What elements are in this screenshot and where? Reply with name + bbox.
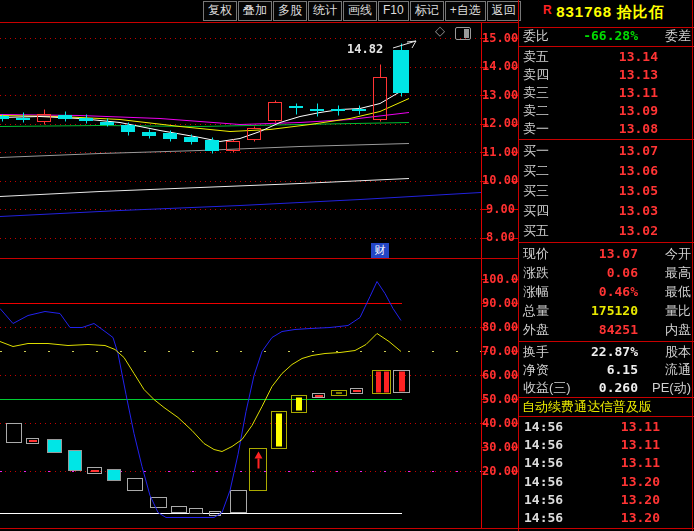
ask-row[interactable]: 卖一 13.08 — [518, 120, 694, 138]
sub-axis-tick: 40.00 — [482, 416, 515, 430]
draw-line-button[interactable]: 画线 — [343, 1, 377, 21]
tick-row[interactable]: 14:56 13.11 — [518, 454, 694, 472]
stat-row-turnover: 换手 22.87% 股本 — [518, 343, 694, 360]
ask-row[interactable]: 卖四 13.13 — [518, 66, 694, 84]
commission-ratio-row: 委比 -66.28% 委差 — [518, 27, 694, 45]
stat-row-eps: 收益(三) 0.260 PE(动) — [518, 379, 694, 396]
stock-code: 831768 — [556, 3, 612, 20]
commission-ratio-value: -66.28% — [583, 27, 638, 45]
statistics-button[interactable]: 统计 — [308, 1, 342, 21]
stat-right-label: 今开 — [665, 244, 691, 263]
sub-axis-tick: 90.00 — [482, 296, 515, 310]
main-axis-tick: 10.00 — [482, 173, 515, 187]
bid-row[interactable]: 买一 13.07 — [518, 141, 694, 160]
tick-row[interactable]: 14:56 13.11 — [518, 436, 694, 454]
stat-row-change-pct: 涨幅 0.46% 最低 — [518, 282, 694, 301]
sub-axis-tick: 50.00 — [482, 392, 515, 406]
stat-label: 外盘 — [523, 320, 549, 339]
ask-row[interactable]: 卖五 13.14 — [518, 48, 694, 66]
stat-label: 换手 — [523, 343, 549, 360]
main-axis-tick: 15.00 — [482, 31, 515, 45]
restore-rights-button[interactable]: 复权 — [203, 1, 237, 21]
stat-label: 总量 — [523, 301, 549, 320]
stat-value: 0.46% — [599, 282, 638, 301]
ask-row[interactable]: 卖二 13.09 — [518, 102, 694, 120]
stat-label: 涨幅 — [523, 282, 549, 301]
main-axis-tick: 14.00 — [482, 59, 515, 73]
ask-price: 13.08 — [619, 120, 658, 138]
divider — [0, 258, 518, 259]
stat-label: 收益(三) — [523, 379, 571, 396]
main-axis-tick: 8.00 — [482, 230, 515, 244]
bid-label: 买三 — [523, 181, 549, 200]
add-favorite-button[interactable]: +自选 — [445, 1, 486, 21]
renewal-ad-link[interactable]: 自动续费通达信普及版 — [522, 398, 692, 415]
ask-label: 卖三 — [523, 84, 549, 102]
divider — [518, 46, 694, 47]
tick-price: 13.20 — [621, 491, 660, 509]
tick-time: 14:56 — [524, 436, 563, 454]
stat-label: 净资 — [523, 361, 549, 378]
favorite-diamond-icon[interactable]: ◇ — [435, 24, 445, 38]
tick-time: 14:56 — [524, 509, 563, 527]
main-candlestick-chart[interactable] — [0, 22, 518, 258]
tick-row[interactable]: 14:56 13.20 — [518, 491, 694, 509]
bid-label: 买二 — [523, 161, 549, 180]
ask-label: 卖一 — [523, 120, 549, 138]
overlay-button[interactable]: 叠加 — [238, 1, 272, 21]
stat-row-change: 涨跌 0.06 最高 — [518, 263, 694, 282]
stat-label: 涨跌 — [523, 263, 549, 282]
back-button[interactable]: 返回 — [487, 1, 521, 21]
divider — [0, 22, 518, 23]
stat-right-label: 最低 — [665, 282, 691, 301]
sub-axis-tick: 100.0 — [482, 272, 515, 286]
ask-price: 13.09 — [619, 102, 658, 120]
bid-price: 13.06 — [619, 161, 658, 180]
ask-row[interactable]: 卖三 13.11 — [518, 84, 694, 102]
ask-price: 13.11 — [619, 84, 658, 102]
stat-row-net-asset: 净资 6.15 流通 — [518, 361, 694, 378]
stat-row-outer-lot: 外盘 84251 内盘 — [518, 320, 694, 339]
stat-value: 0.260 — [599, 379, 638, 396]
layout-fill — [464, 29, 469, 38]
commission-ratio-label: 委比 — [523, 27, 549, 45]
indicator-sub-chart[interactable] — [0, 258, 518, 528]
stock-header: R 831768 拾比佰 — [543, 3, 693, 22]
layout-split-icon[interactable] — [455, 27, 471, 40]
tick-row[interactable]: 14:56 13.11 — [518, 418, 694, 436]
bid-row[interactable]: 买三 13.05 — [518, 181, 694, 200]
divider — [518, 341, 694, 342]
multi-stock-button[interactable]: 多股 — [273, 1, 307, 21]
finance-report-badge[interactable]: 财 — [371, 243, 389, 258]
main-axis-tick: 11.00 — [482, 145, 515, 159]
stat-row-price: 现价 13.07 今开 — [518, 244, 694, 263]
sub-axis-tick: 60.00 — [482, 368, 515, 382]
tick-row[interactable]: 14:56 13.20 — [518, 509, 694, 527]
ask-label: 卖四 — [523, 66, 549, 84]
bid-label: 买一 — [523, 141, 549, 160]
bid-row[interactable]: 买二 13.06 — [518, 161, 694, 180]
f10-button[interactable]: F10 — [378, 1, 409, 21]
stat-label: 现价 — [523, 244, 549, 263]
commission-diff-label: 委差 — [665, 27, 691, 45]
stat-right-label: 量比 — [665, 301, 691, 320]
bid-label: 买四 — [523, 201, 549, 220]
tick-row[interactable]: 14:56 13.20 — [518, 473, 694, 491]
tick-price: 13.20 — [621, 509, 660, 527]
bid-row[interactable]: 买四 13.03 — [518, 201, 694, 220]
bid-label: 买五 — [523, 221, 549, 240]
ask-label: 卖五 — [523, 48, 549, 66]
stat-value: 0.06 — [607, 263, 638, 282]
stat-right-label: 内盘 — [665, 320, 691, 339]
tick-time: 14:56 — [524, 418, 563, 436]
bid-price: 13.02 — [619, 221, 658, 240]
stat-value: 175120 — [591, 301, 638, 320]
rights-flag: R — [543, 3, 552, 17]
tdx-terminal-window: 复权 叠加 多股 统计 画线 F10 标记 +自选 返回 R 831768 拾比… — [0, 0, 694, 531]
stat-right-label: PE(动) — [652, 379, 691, 396]
tick-time: 14:56 — [524, 473, 563, 491]
mark-button[interactable]: 标记 — [410, 1, 444, 21]
stat-value: 22.87% — [591, 343, 638, 360]
toolbar: 复权 叠加 多股 统计 画线 F10 标记 +自选 返回 — [203, 1, 518, 21]
bid-row[interactable]: 买五 13.02 — [518, 221, 694, 240]
